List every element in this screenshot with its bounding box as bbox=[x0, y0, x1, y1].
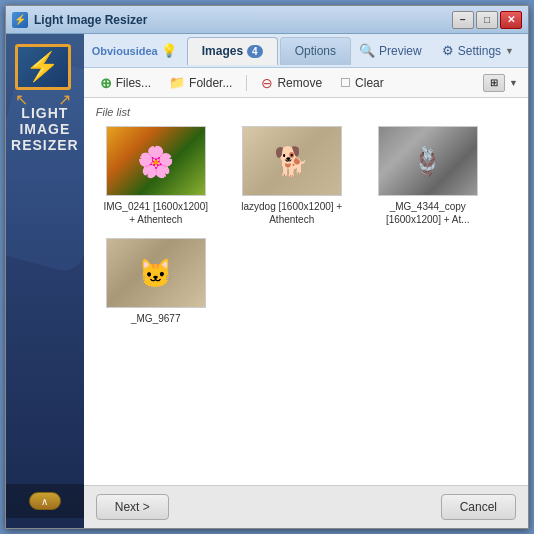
list-item[interactable]: _MG_9677 bbox=[96, 238, 216, 325]
clear-icon: ☐ bbox=[340, 76, 351, 90]
gear-icon: ⚙ bbox=[442, 43, 454, 58]
tab-options[interactable]: Options bbox=[280, 37, 351, 65]
tab-bar: Obviousidea 💡 Images 4 Options 🔍 Preview bbox=[84, 34, 528, 68]
window-title: Light Image Resizer bbox=[34, 13, 452, 27]
titlebar: ⚡ Light Image Resizer − □ ✕ bbox=[6, 6, 528, 34]
file-name-label: _MG_4344_copy [1600x1200] + At... bbox=[373, 200, 483, 226]
obviouidea-logo: Obviousidea 💡 bbox=[92, 43, 177, 58]
toolbar-view-controls: ⊞ ▼ bbox=[483, 74, 518, 92]
tab-images[interactable]: Images 4 bbox=[187, 37, 278, 65]
add-files-button[interactable]: ⊕ Files... bbox=[94, 73, 157, 93]
thumbnail-rope bbox=[378, 126, 478, 196]
thumbnail-dog bbox=[242, 126, 342, 196]
file-list-area: File list IMG_0241 [1600x1200] + Athente… bbox=[84, 98, 528, 485]
folder-icon: 📁 bbox=[169, 75, 185, 90]
close-button[interactable]: ✕ bbox=[500, 11, 522, 29]
file-list-label: File list bbox=[96, 106, 516, 118]
lightning-icon: ⚡ bbox=[25, 53, 60, 81]
bottom-bar: Next > Cancel bbox=[84, 485, 528, 528]
file-name-label: IMG_0241 [1600x1200] + Athentech bbox=[101, 200, 211, 226]
file-name-label: lazydog [1600x1200] + Athentech bbox=[237, 200, 347, 226]
thumbnail-flowers bbox=[106, 126, 206, 196]
brand-line2: IMAGE bbox=[11, 121, 79, 137]
toolbar-separator bbox=[246, 75, 247, 91]
list-item[interactable]: lazydog [1600x1200] + Athentech bbox=[232, 126, 352, 226]
image-toolbar: ⊕ Files... 📁 Folder... ⊖ Remove ☐ Clear bbox=[84, 68, 528, 98]
remove-icon: ⊖ bbox=[261, 75, 273, 91]
add-icon: ⊕ bbox=[100, 75, 112, 91]
maximize-button[interactable]: □ bbox=[476, 11, 498, 29]
settings-dropdown-icon: ▼ bbox=[505, 46, 514, 56]
sidebar-logo: ⚡ ↖ ↗ bbox=[15, 44, 75, 99]
images-count-badge: 4 bbox=[247, 45, 263, 58]
thumbnail-cat bbox=[106, 238, 206, 308]
file-grid: IMG_0241 [1600x1200] + Athentech lazydog… bbox=[96, 126, 516, 325]
app-icon: ⚡ bbox=[12, 12, 28, 28]
next-button[interactable]: Next > bbox=[96, 494, 169, 520]
cancel-button[interactable]: Cancel bbox=[441, 494, 516, 520]
list-item[interactable]: IMG_0241 [1600x1200] + Athentech bbox=[96, 126, 216, 226]
minimize-button[interactable]: − bbox=[452, 11, 474, 29]
sidebar-bottom: ∧ bbox=[6, 484, 84, 518]
clear-button[interactable]: ☐ Clear bbox=[334, 74, 390, 92]
add-folder-button[interactable]: 📁 Folder... bbox=[163, 73, 238, 92]
list-item[interactable]: _MG_4344_copy [1600x1200] + At... bbox=[368, 126, 488, 226]
settings-button[interactable]: ⚙ Settings ▼ bbox=[436, 41, 520, 60]
brand-line1: LIGHT bbox=[11, 105, 79, 121]
window-controls: − □ ✕ bbox=[452, 11, 522, 29]
sidebar-brand-text: LIGHT IMAGE RESIZER bbox=[11, 105, 79, 153]
brand-line3: RESIZER bbox=[11, 137, 79, 153]
remove-button[interactable]: ⊖ Remove bbox=[255, 73, 328, 93]
sidebar-collapse-button[interactable]: ∧ bbox=[29, 492, 61, 510]
logo-frame: ⚡ bbox=[15, 44, 71, 90]
view-mode-button[interactable]: ⊞ bbox=[483, 74, 505, 92]
file-name-label: _MG_9677 bbox=[131, 312, 180, 325]
preview-icon: 🔍 bbox=[359, 43, 375, 58]
application-window: ⚡ Light Image Resizer − □ ✕ ⚡ ↖ ↗ bbox=[5, 5, 529, 529]
view-dropdown-icon[interactable]: ▼ bbox=[509, 78, 518, 88]
sidebar: ⚡ ↖ ↗ LIGHT IMAGE RESIZER ∧ bbox=[6, 34, 84, 528]
main-content: Obviousidea 💡 Images 4 Options 🔍 Preview bbox=[84, 34, 528, 528]
tabbar-right-actions: 🔍 Preview ⚙ Settings ▼ bbox=[353, 41, 520, 60]
logo-inner: ⚡ bbox=[18, 47, 68, 87]
preview-button[interactable]: 🔍 Preview bbox=[353, 41, 428, 60]
